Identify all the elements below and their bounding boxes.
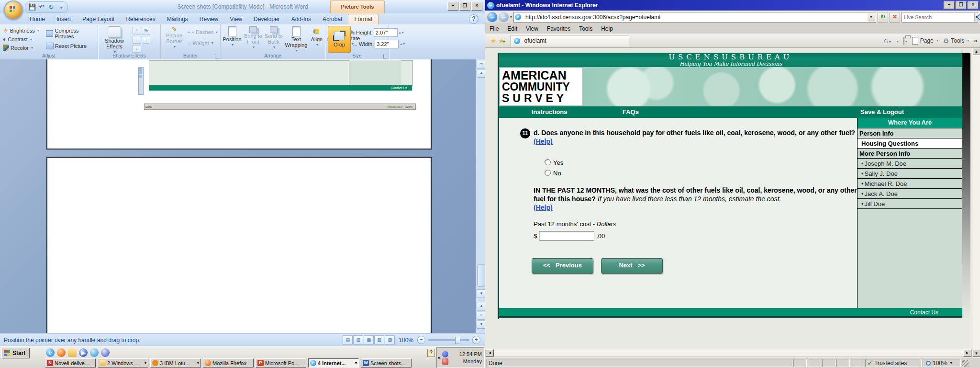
sidebar-item-housing-questions[interactable]: Housing Questions bbox=[858, 138, 962, 149]
nudge-down-button[interactable]: ↓ bbox=[133, 45, 141, 53]
add-favorite-icon[interactable] bbox=[498, 36, 505, 45]
recolor-button[interactable]: Recolor bbox=[3, 45, 39, 51]
sidebar-item-more-person-info[interactable]: More Person Info bbox=[858, 149, 962, 159]
sidebar-person-jack[interactable]: Jack A. Doe bbox=[858, 189, 962, 199]
yes-option[interactable]: Yes bbox=[545, 159, 563, 166]
size-dialog-launcher-icon[interactable] bbox=[383, 54, 388, 58]
dashes-button[interactable]: Dashes bbox=[188, 29, 218, 35]
tab-view[interactable]: View bbox=[224, 14, 248, 24]
ie-zoom-dropdown-icon[interactable]: ▼ bbox=[949, 361, 953, 365]
ie-restore-button[interactable]: ❐ bbox=[956, 1, 967, 9]
menu-tools[interactable]: Tools bbox=[575, 25, 597, 32]
browser-quicklaunch-icon[interactable] bbox=[90, 348, 99, 357]
fullscreen-view-icon[interactable]: ▥ bbox=[353, 335, 363, 345]
tab-add-ins[interactable]: Add-Ins bbox=[286, 14, 317, 24]
folder-quicklaunch-icon[interactable] bbox=[68, 348, 77, 357]
zoom-out-button[interactable]: − bbox=[417, 336, 425, 344]
picture-border-button[interactable]: PictureBorder bbox=[164, 26, 185, 50]
cost-input[interactable] bbox=[539, 231, 594, 241]
select-browse-object-icon[interactable]: ○ bbox=[477, 311, 486, 320]
compress-pictures-button[interactable]: Compress Pictures bbox=[46, 28, 98, 39]
menu-favorites[interactable]: Favorites bbox=[543, 25, 575, 32]
text-wrapping-button[interactable]: TextWrapping bbox=[285, 26, 307, 54]
menu-file[interactable]: File bbox=[485, 25, 503, 32]
draft-view-icon[interactable]: ▨ bbox=[385, 335, 395, 345]
position-button[interactable]: Position bbox=[223, 26, 242, 48]
home-button[interactable] bbox=[884, 36, 891, 45]
prev-page-icon[interactable]: ▲ bbox=[477, 302, 486, 310]
task-windows-group[interactable]: 2 Windows ...▾ bbox=[98, 358, 148, 368]
ie-scroll-right-icon[interactable]: ► bbox=[963, 349, 971, 356]
sidebar-person-sally[interactable]: Sally J. Doe bbox=[858, 169, 962, 179]
save-icon[interactable]: 💾 bbox=[28, 3, 36, 11]
task-powerpoint[interactable]: PMicrosoft Po... bbox=[256, 358, 306, 368]
sidebar-item-person-info[interactable]: Person Info bbox=[858, 128, 962, 138]
address-dropdown-icon[interactable]: ▼ bbox=[868, 13, 875, 22]
yes-radio[interactable] bbox=[545, 159, 551, 165]
ie-vertical-scrollbar[interactable]: ▲ ▼ bbox=[972, 48, 980, 357]
word-zoom-level[interactable]: 100% bbox=[399, 337, 413, 344]
embedded-screenshot[interactable]: Contact Us Done Trusted sites 100% bbox=[138, 60, 412, 111]
ruler-toggle-icon[interactable]: ▭ bbox=[477, 60, 486, 69]
nudge-up-button[interactable]: ↑ bbox=[133, 27, 141, 34]
weight-button[interactable]: Weight bbox=[188, 39, 218, 46]
start-button[interactable]: Start bbox=[1, 348, 30, 358]
menu-edit[interactable]: Edit bbox=[503, 25, 522, 32]
question-11d-help-link[interactable]: (Help) bbox=[534, 138, 553, 145]
nav-instructions[interactable]: Instructions bbox=[532, 108, 567, 115]
tab-format[interactable]: Format bbox=[348, 14, 379, 24]
help-icon[interactable]: ? bbox=[469, 14, 479, 24]
search-box[interactable]: ▼ bbox=[902, 12, 978, 23]
sidebar-person-jill[interactable]: Jill Doe bbox=[858, 199, 962, 209]
ie-scroll-up-icon[interactable]: ▲ bbox=[972, 48, 980, 55]
next-page-icon[interactable]: ▼ bbox=[477, 320, 486, 329]
task-lotus-group[interactable]: 3 IBM Lotu...▾ bbox=[150, 358, 201, 368]
nudge-left-button[interactable]: ← bbox=[133, 36, 141, 44]
browser-tab[interactable]: e ofuelamt bbox=[511, 35, 629, 46]
tab-developer[interactable]: Developer bbox=[248, 14, 286, 24]
send-to-back-button[interactable]: Send toBack bbox=[265, 26, 283, 50]
tray-app-icon-1[interactable] bbox=[442, 351, 448, 357]
refresh-icon[interactable]: ↻ bbox=[878, 12, 888, 23]
print-layout-view-icon[interactable]: ▤ bbox=[343, 335, 353, 345]
cost-help-link[interactable]: (Help) bbox=[534, 204, 553, 211]
contrast-button[interactable]: Contrast bbox=[3, 36, 39, 43]
tab-page-layout[interactable]: Page Layout bbox=[77, 14, 120, 24]
task-internet-group[interactable]: e4 Internet...▾ bbox=[308, 358, 359, 368]
scroll-down-icon[interactable]: ▼ bbox=[477, 289, 486, 298]
no-option[interactable]: No bbox=[545, 170, 563, 177]
tab-acrobat[interactable]: Acrobat bbox=[317, 14, 348, 24]
reset-picture-button[interactable]: Reset Picture bbox=[46, 43, 98, 49]
ie-horizontal-scrollbar[interactable]: ◄ ► bbox=[485, 349, 972, 357]
app-quicklaunch-icon[interactable] bbox=[101, 348, 110, 357]
page-menu-button[interactable]: Page bbox=[912, 37, 938, 45]
width-spinner[interactable]: ▲▼ bbox=[400, 43, 405, 46]
security-zone-pane[interactable]: Trusted sites bbox=[865, 359, 922, 367]
height-spinner[interactable]: ▲▼ bbox=[399, 31, 404, 34]
task-novell[interactable]: NNovell-delive... bbox=[45, 358, 96, 368]
height-input[interactable]: 2.07" bbox=[374, 28, 398, 37]
favorites-center-icon[interactable] bbox=[490, 36, 496, 45]
zoom-slider[interactable] bbox=[428, 339, 469, 341]
nudge-right-button[interactable]: → bbox=[142, 36, 150, 44]
zoom-in-button[interactable]: + bbox=[472, 336, 480, 344]
ie-titlebar[interactable]: e ofuelamt - Windows Internet Explorer –… bbox=[485, 0, 980, 11]
sidebar-person-joseph[interactable]: Joseph M. Doe bbox=[858, 159, 962, 169]
brightness-button[interactable]: Brightness bbox=[3, 27, 39, 34]
tab-review[interactable]: Review bbox=[194, 14, 224, 24]
media-player-quicklaunch-icon[interactable]: ▶ bbox=[79, 348, 88, 357]
no-radio[interactable] bbox=[545, 170, 551, 176]
tab-mailings[interactable]: Mailings bbox=[161, 14, 194, 24]
qat-dropdown-icon[interactable] bbox=[57, 3, 65, 11]
undo-icon[interactable]: ↶ bbox=[38, 3, 45, 11]
redo-icon[interactable]: ↻ bbox=[47, 3, 55, 11]
ie-scroll-left-icon[interactable]: ◄ bbox=[486, 349, 494, 356]
minimize-button[interactable]: – bbox=[447, 2, 458, 11]
scroll-up-icon[interactable]: ▲ bbox=[477, 69, 486, 78]
previous-button[interactable]: << Previous bbox=[532, 258, 593, 274]
clock[interactable]: 12:54 PM Monday bbox=[450, 351, 484, 365]
close-button[interactable]: × bbox=[471, 2, 482, 11]
shadow-toggle-button[interactable]: % bbox=[142, 27, 150, 34]
task-firefox[interactable]: Mozilla Firefox bbox=[203, 358, 254, 368]
contact-us-bar[interactable]: Contact Us bbox=[499, 308, 962, 318]
